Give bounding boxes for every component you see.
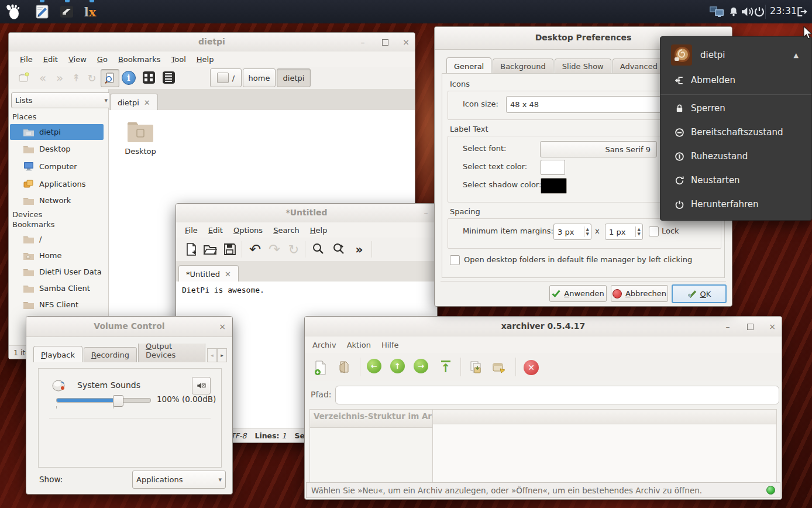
shadow-color-swatch[interactable] xyxy=(541,178,567,194)
margin-x-spinbox[interactable]: 3 px ▲▼ xyxy=(553,224,591,240)
minimize-button[interactable]: – xyxy=(421,208,431,218)
add-files-button[interactable] xyxy=(467,359,485,376)
menu-item-shutdown[interactable]: Herunterfahren xyxy=(660,195,811,214)
new-archive-button[interactable] xyxy=(312,359,329,376)
more-tools-button[interactable]: » xyxy=(350,241,368,258)
tab-recording[interactable]: Recording xyxy=(84,347,137,362)
redo-button[interactable]: ↷ xyxy=(266,241,283,258)
sidebar-item-desktop[interactable]: Desktop xyxy=(10,141,104,157)
icon-view-button[interactable] xyxy=(140,69,157,86)
sidebar-mode-combo[interactable]: Lists▾ xyxy=(11,92,112,108)
menu-help[interactable]: Help xyxy=(191,53,219,66)
open-archive-button[interactable] xyxy=(335,359,353,376)
info-button[interactable]: i xyxy=(120,69,137,86)
menu-item-restart[interactable]: Neustarten xyxy=(660,171,811,190)
menu-item-lock[interactable]: Sperren xyxy=(660,99,811,118)
sidebar-item-dietpi[interactable]: dietpi xyxy=(10,124,104,140)
back-button[interactable]: ← xyxy=(367,359,381,373)
volume-tray-icon[interactable] xyxy=(741,5,755,19)
tab-general[interactable]: General xyxy=(446,57,491,74)
convert-archive-button[interactable] xyxy=(491,359,508,376)
volume-slider-track[interactable] xyxy=(56,398,151,403)
forward-button[interactable]: » xyxy=(51,70,68,85)
file-item-desktop[interactable]: Desktop xyxy=(118,119,163,156)
close-button[interactable]: × xyxy=(217,322,228,331)
up-button[interactable]: ↟ xyxy=(68,70,84,85)
extract-button[interactable]: ↑ xyxy=(438,358,453,376)
minimize-button[interactable]: – xyxy=(357,37,368,47)
sidebar-item-computer[interactable]: Computer xyxy=(10,159,104,174)
maximize-button[interactable] xyxy=(380,37,390,47)
minimize-button[interactable]: – xyxy=(722,322,733,331)
menu-item-hibernate[interactable]: Ruhezustand xyxy=(660,147,811,166)
content-column-header[interactable] xyxy=(433,410,776,424)
tab-playback[interactable]: Playback xyxy=(33,346,82,362)
menu-item-standby[interactable]: Bereitschaftszustand xyxy=(660,123,811,142)
sidebar-item-network[interactable]: Network xyxy=(10,193,104,208)
sidebar-item-applications[interactable]: Applications xyxy=(10,176,104,192)
cancel-button[interactable]: Abbrechen xyxy=(611,285,668,302)
menu-go[interactable]: Go xyxy=(92,53,113,66)
menu-view[interactable]: View xyxy=(63,53,92,66)
menu-item-logout[interactable]: Abmelden xyxy=(660,71,811,90)
mute-button[interactable] xyxy=(192,377,211,394)
menu-edit[interactable]: Edit xyxy=(203,224,228,237)
menu-edit[interactable]: Edit xyxy=(38,53,63,66)
volume-slider-handle[interactable] xyxy=(113,395,123,407)
ok-button[interactable]: OK xyxy=(672,284,727,303)
back-button[interactable]: « xyxy=(35,70,51,85)
spin-arrows[interactable]: ▲▼ xyxy=(635,226,642,238)
menu-hilfe[interactable]: Hilfe xyxy=(376,338,404,352)
replace-button[interactable] xyxy=(330,241,347,258)
bookmark-root[interactable]: / xyxy=(10,231,104,247)
menu-file[interactable]: File xyxy=(15,53,38,66)
text-editor-titlebar[interactable]: *Untitled – xyxy=(176,204,437,223)
tab-dietpi[interactable]: dietpi ✕ xyxy=(110,94,158,110)
find-files-button[interactable] xyxy=(101,69,119,87)
menu-bookmarks[interactable]: Bookmarks xyxy=(113,53,166,66)
path-input[interactable] xyxy=(335,386,779,404)
open-button[interactable] xyxy=(202,242,218,257)
tab-close-icon[interactable]: ✕ xyxy=(225,270,231,279)
show-filter-combo[interactable]: Applications▾ xyxy=(132,471,226,489)
lock-checkbox[interactable] xyxy=(649,226,659,236)
path-root-button[interactable]: / xyxy=(210,68,242,87)
list-view-button[interactable] xyxy=(160,69,177,86)
gnome-logo-launcher[interactable] xyxy=(4,3,22,20)
panel-clock[interactable]: 23:31 xyxy=(770,5,797,16)
menu-options[interactable]: Options xyxy=(228,224,268,237)
volume-titlebar[interactable]: Volume Control × xyxy=(26,317,232,337)
path-current-button[interactable]: dietpi xyxy=(277,68,311,87)
archive-content-pane[interactable] xyxy=(432,409,777,485)
file-manager-titlebar[interactable]: dietpi – × xyxy=(9,33,415,52)
menu-search[interactable]: Search xyxy=(268,224,305,237)
logout-tray-icon[interactable] xyxy=(796,5,807,19)
notifications-tray-icon[interactable] xyxy=(728,5,739,19)
forward-button[interactable]: → xyxy=(414,359,428,373)
redo-all-button[interactable]: ↻ xyxy=(285,241,302,258)
up-button[interactable]: ↑ xyxy=(390,359,405,373)
tab-output-devices[interactable]: Output Devices xyxy=(138,344,205,362)
refresh-button[interactable]: ↻ xyxy=(84,70,100,85)
tab-background[interactable]: Background xyxy=(493,59,553,74)
menu-archiv[interactable]: Archiv xyxy=(307,338,342,352)
save-button[interactable] xyxy=(222,242,238,257)
tab-scroll-left[interactable]: ◂ xyxy=(207,348,217,362)
tab-untitled[interactable]: *Untitled ✕ xyxy=(178,265,239,282)
lxterminal-launcher[interactable]: lx xyxy=(81,3,99,20)
tab-slideshow[interactable]: Slide Show xyxy=(555,59,611,74)
maximize-button[interactable] xyxy=(745,322,755,331)
open-folders-checkbox[interactable] xyxy=(450,255,460,265)
tab-close-icon[interactable]: ✕ xyxy=(144,98,150,107)
undo-button[interactable]: ↶ xyxy=(246,241,264,258)
file-manager-launcher[interactable] xyxy=(57,3,76,20)
menu-aktion[interactable]: Aktion xyxy=(342,338,376,352)
bookmark-dietpi-user-data[interactable]: DietPi User Data xyxy=(10,264,104,280)
font-button[interactable]: Sans Serif 9 xyxy=(540,141,657,157)
network-tray-icon[interactable] xyxy=(709,5,727,19)
tab-advanced[interactable]: Advanced xyxy=(613,59,665,74)
new-tab-button[interactable] xyxy=(16,70,32,85)
spin-arrows[interactable]: ▲▼ xyxy=(584,226,591,238)
menu-help[interactable]: Help xyxy=(305,224,333,237)
apply-button[interactable]: Anwenden xyxy=(549,285,607,302)
